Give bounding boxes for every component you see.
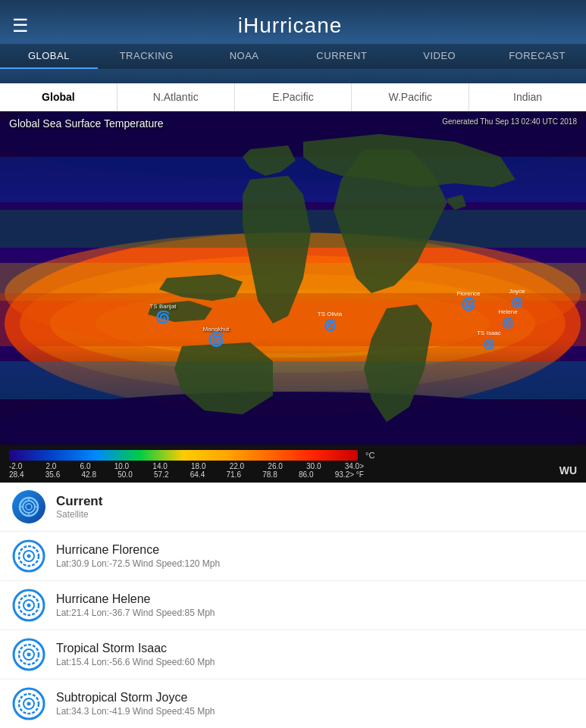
- temp-c-label: 22.0: [230, 462, 244, 470]
- sub-nav-item-e.pacific[interactable]: E.Pacific: [235, 83, 353, 111]
- svg-text:🌀: 🌀: [502, 317, 515, 330]
- nav-item-noaa[interactable]: NOAA: [196, 44, 293, 69]
- sub-nav-item-global[interactable]: Global: [0, 83, 118, 111]
- temp-f-label: 93.2> °F: [335, 470, 364, 479]
- storm-icon: [12, 687, 45, 720]
- temp-c-label: -2.0: [9, 462, 22, 470]
- svg-text:Helene: Helene: [498, 308, 518, 315]
- svg-text:🌀: 🌀: [324, 319, 337, 332]
- temp-f-label: 28.4: [9, 470, 24, 479]
- temp-f-label: 42.8: [82, 470, 96, 479]
- temp-f-label: 78.8: [262, 470, 277, 479]
- temp-c-label: 18.0: [191, 462, 205, 470]
- storm-details: Lat:30.9 Lon:-72.5 Wind Speed:120 Mph: [56, 558, 574, 569]
- svg-text:🌀: 🌀: [155, 310, 171, 324]
- svg-point-30: [23, 501, 35, 513]
- hamburger-menu-icon[interactable]: ☰: [12, 15, 29, 36]
- current-name: Current: [56, 494, 574, 509]
- storm-list-item[interactable]: Hurricane FlorenceLat:30.9 Lon:-72.5 Win…: [0, 532, 586, 581]
- wu-logo: WU: [559, 464, 577, 476]
- storm-icon: [12, 638, 45, 671]
- svg-text:🌀: 🌀: [483, 338, 496, 351]
- sub-nav: GlobalN.AtlanticE.PacificW.PacificIndian: [0, 83, 586, 111]
- temp-c-label: 30.0: [306, 462, 321, 470]
- svg-text:TS Barijat: TS Barijat: [149, 303, 177, 310]
- temp-f-label: 71.6: [227, 470, 241, 479]
- svg-text:🌀: 🌀: [511, 296, 524, 309]
- svg-point-31: [26, 504, 32, 510]
- storm-list: Current Satellite Hurricane FlorenceLat:…: [0, 483, 586, 728]
- temp-c-label: 6.0: [80, 462, 91, 470]
- map-svg: TS Barijat 🌀 Mangkhut 🌀 TS Olivia 🌀 Flor…: [0, 111, 586, 445]
- svg-text:TS Isaac: TS Isaac: [477, 330, 501, 336]
- nav-item-tracking[interactable]: TRACKING: [98, 44, 196, 69]
- app-title: iHurricane: [29, 14, 551, 38]
- storm-list-item[interactable]: Hurricane HeleneLat:21.4 Lon:-36.7 Wind …: [0, 581, 586, 630]
- temperature-scale: °C -2.0 2.0 6.0 10.0 14.0 18.0 22.0 26.0…: [0, 445, 586, 483]
- storm-info: Subtropical Storm JoyceLat:34.3 Lon:-41.…: [56, 691, 574, 717]
- svg-point-51: [27, 702, 31, 706]
- svg-text:🌀: 🌀: [461, 297, 476, 311]
- main-nav: GLOBALTRACKINGNOAACURRENTVIDEOFORECAST: [0, 44, 586, 70]
- nav-item-forecast[interactable]: FORECAST: [488, 44, 586, 69]
- map-container: TS Barijat 🌀 Mangkhut 🌀 TS Olivia 🌀 Flor…: [0, 111, 586, 483]
- storm-name: Subtropical Storm Joyce: [56, 691, 574, 705]
- svg-text:Joyce: Joyce: [509, 288, 525, 295]
- svg-point-47: [27, 653, 31, 657]
- storm-details: Lat:34.3 Lon:-41.9 Wind Speed:45 Mph: [56, 706, 574, 717]
- current-sub: Satellite: [56, 509, 574, 520]
- svg-text:Florence: Florence: [456, 290, 481, 297]
- storm-info: Hurricane FlorenceLat:30.9 Lon:-72.5 Win…: [56, 543, 574, 569]
- temp-f-label: 64.4: [190, 470, 205, 479]
- storm-items-container: Hurricane FlorenceLat:30.9 Lon:-72.5 Win…: [0, 532, 586, 728]
- nav-item-current[interactable]: CURRENT: [293, 44, 390, 69]
- storm-icon: [12, 539, 45, 573]
- storm-name: Hurricane Florence: [56, 543, 574, 557]
- svg-point-43: [27, 604, 31, 608]
- storm-details: Lat:15.4 Lon:-56.6 Wind Speed:60 Mph: [56, 657, 574, 667]
- temp-c-label: 14.0: [152, 462, 167, 470]
- sub-nav-item-indian[interactable]: Indian: [469, 83, 586, 111]
- storm-list-item[interactable]: Tropical Storm IsaacLat:15.4 Lon:-56.6 W…: [0, 630, 586, 680]
- temp-f-label: 86.0: [299, 470, 313, 479]
- nav-item-video[interactable]: VIDEO: [390, 44, 488, 69]
- temp-f-label: 50.0: [118, 470, 132, 479]
- map-title: Global Sea Surface Temperature: [9, 117, 164, 130]
- storm-details: Lat:21.4 Lon:-36.7 Wind Speed:85 Mph: [56, 608, 574, 618]
- storm-info: Tropical Storm IsaacLat:15.4 Lon:-56.6 W…: [56, 642, 574, 667]
- svg-point-39: [27, 555, 31, 558]
- storm-icon: [12, 589, 45, 622]
- sub-nav-item-w.pacific[interactable]: W.Pacific: [352, 83, 469, 111]
- temp-f-label: 35.6: [45, 470, 60, 479]
- sub-nav-item-n.atlantic[interactable]: N.Atlantic: [118, 83, 235, 111]
- temp-c-label: 34.0>: [345, 462, 364, 470]
- current-info: Current Satellite: [56, 494, 574, 520]
- temp-c-label: 10.0: [114, 462, 129, 470]
- current-item[interactable]: Current Satellite: [0, 483, 586, 532]
- header: ☰ iHurricane GLOBALTRACKINGNOAACURRENTVI…: [0, 0, 586, 83]
- temp-c-label: 2.0: [45, 462, 56, 470]
- storm-info: Hurricane HeleneLat:21.4 Lon:-36.7 Wind …: [56, 592, 574, 618]
- svg-text:TS Olivia: TS Olivia: [318, 311, 343, 317]
- temp-c-label: 26.0: [268, 462, 282, 470]
- svg-text:🌀: 🌀: [208, 331, 225, 348]
- storm-name: Tropical Storm Isaac: [56, 642, 574, 655]
- storm-name: Hurricane Helene: [56, 592, 574, 606]
- temperature-gradient-bar: [9, 450, 358, 461]
- map-timestamp: Generated Thu Sep 13 02:40 UTC 2018: [442, 117, 577, 126]
- temp-f-label: 57.2: [154, 470, 168, 479]
- storm-list-item[interactable]: Subtropical Storm JoyceLat:34.3 Lon:-41.…: [0, 680, 586, 728]
- current-satellite-icon: [12, 490, 45, 523]
- nav-item-global[interactable]: GLOBAL: [0, 44, 98, 69]
